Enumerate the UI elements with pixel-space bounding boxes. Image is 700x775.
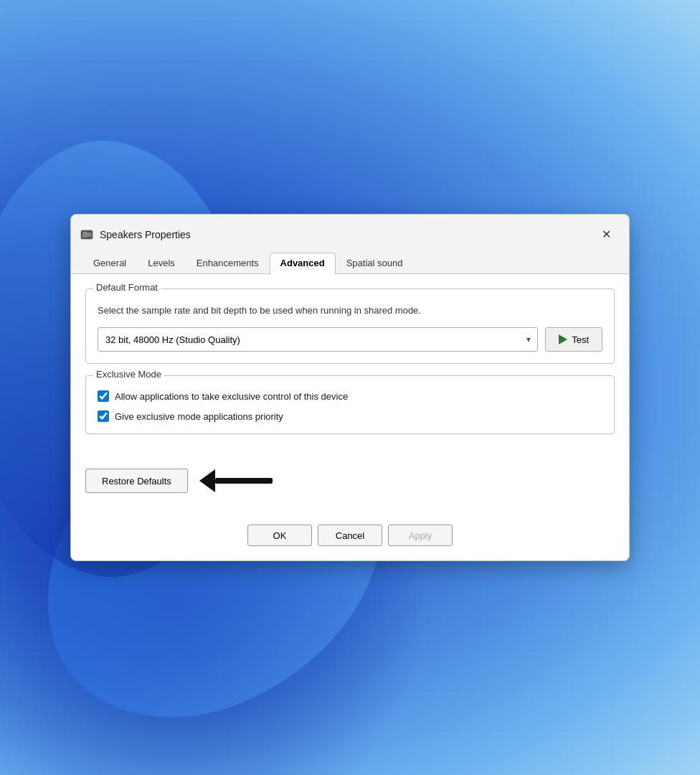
play-icon (559, 334, 567, 344)
default-format-label: Default Format (93, 282, 161, 293)
restore-row: Restore Defaults (85, 469, 615, 493)
exclusive-control-row: Allow applications to take exclusive con… (98, 390, 602, 402)
ok-button[interactable]: OK (247, 525, 312, 546)
format-select-wrapper[interactable]: 32 bit, 48000 Hz (Studio Quality) 16 bit… (98, 327, 538, 352)
arrow-annotation (199, 469, 273, 492)
dialog-title: Speakers Properties (100, 229, 595, 240)
test-button-label: Test (572, 334, 589, 345)
format-select[interactable]: 32 bit, 48000 Hz (Studio Quality) 16 bit… (98, 327, 538, 352)
dialog-icon (80, 227, 94, 242)
arrow-shaft (215, 478, 273, 484)
tab-general[interactable]: General (82, 253, 137, 274)
exclusive-control-label[interactable]: Allow applications to take exclusive con… (115, 391, 348, 402)
svg-rect-1 (82, 232, 88, 238)
exclusive-priority-label[interactable]: Give exclusive mode applications priorit… (115, 411, 283, 422)
tab-spatial-sound[interactable]: Spatial sound (336, 253, 414, 274)
svg-point-3 (89, 233, 91, 235)
title-bar: Speakers Properties ✕ (71, 215, 629, 246)
close-button[interactable]: ✕ (595, 223, 618, 246)
exclusive-mode-group: Exclusive Mode Allow applications to tak… (85, 375, 615, 434)
tab-enhancements[interactable]: Enhancements (186, 253, 270, 274)
default-format-content: Select the sample rate and bit depth to … (98, 298, 602, 352)
default-format-description: Select the sample rate and bit depth to … (98, 304, 602, 318)
exclusive-mode-content: Allow applications to take exclusive con… (98, 385, 602, 422)
exclusive-priority-checkbox[interactable] (98, 410, 109, 422)
exclusive-mode-label: Exclusive Mode (93, 369, 164, 380)
tabs-bar: General Levels Enhancements Advanced Spa… (71, 246, 629, 274)
arrow-head (199, 469, 215, 492)
tab-levels[interactable]: Levels (137, 253, 186, 274)
exclusive-control-checkbox[interactable] (98, 390, 109, 402)
test-button[interactable]: Test (545, 327, 602, 352)
format-row: 32 bit, 48000 Hz (Studio Quality) 16 bit… (98, 327, 602, 352)
default-format-group: Default Format Select the sample rate an… (85, 288, 615, 365)
bottom-section: Restore Defaults (71, 457, 629, 519)
restore-defaults-button[interactable]: Restore Defaults (85, 469, 188, 493)
tab-advanced[interactable]: Advanced (270, 253, 336, 274)
exclusive-priority-row: Give exclusive mode applications priorit… (98, 410, 602, 422)
cancel-button[interactable]: Cancel (318, 525, 382, 546)
speakers-properties-dialog: Speakers Properties ✕ General Levels Enh… (70, 214, 630, 562)
footer-buttons: OK Cancel Apply (71, 519, 629, 560)
tab-content: Default Format Select the sample rate an… (71, 274, 629, 458)
apply-button[interactable]: Apply (388, 525, 453, 546)
